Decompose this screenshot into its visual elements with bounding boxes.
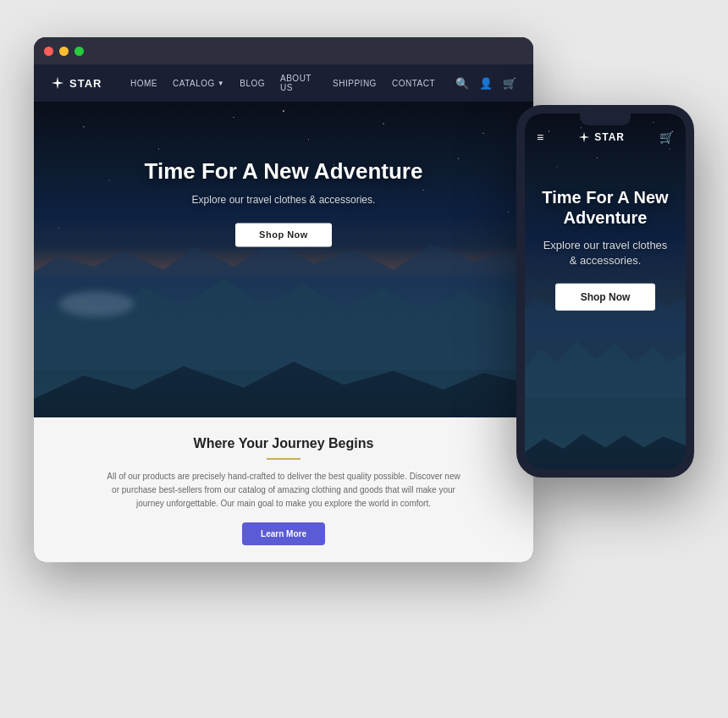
desktop-browser: STAR HOME CATALOG ▼ BLOG ABOUT US SHIPPI… (34, 37, 533, 562)
hero-title: Time For A New Adventure (68, 159, 499, 185)
account-icon[interactable]: 👤 (479, 77, 493, 90)
traffic-light-yellow[interactable] (59, 47, 69, 56)
nav-item-contact[interactable]: CONTACT (392, 79, 435, 88)
scene: STAR HOME CATALOG ▼ BLOG ABOUT US SHIPPI… (34, 37, 694, 681)
phone-notch (580, 113, 631, 125)
shop-now-button-mobile[interactable]: Shop Now (555, 284, 656, 311)
cart-icon[interactable]: 🛒 (503, 77, 516, 90)
chevron-down-icon: ▼ (218, 80, 224, 87)
mobile-phone: ≡ STAR 🛒 Time For A New Adventure Explor… (516, 105, 694, 478)
below-hero-section: Where Your Journey Begins All of our pro… (34, 417, 533, 562)
phone-screen: ≡ STAR 🛒 Time For A New Adventure Explor… (525, 113, 686, 469)
below-hero-title: Where Your Journey Begins (68, 436, 499, 451)
search-icon[interactable]: 🔍 (455, 77, 469, 90)
brand-name: STAR (69, 77, 102, 90)
below-hero-divider (267, 458, 301, 460)
below-hero-text: All of our products are precisely hand-c… (106, 470, 461, 511)
phone-mountains-near (525, 401, 686, 469)
traffic-light-red[interactable] (44, 47, 53, 56)
desktop-navbar: STAR HOME CATALOG ▼ BLOG ABOUT US SHIPPI… (34, 64, 533, 102)
nav-item-blog[interactable]: BLOG (240, 79, 265, 88)
phone-cart-icon[interactable]: 🛒 (659, 130, 674, 144)
nav-item-catalog[interactable]: CATALOG ▼ (173, 79, 224, 88)
phone-brand-logo[interactable]: STAR (578, 131, 625, 143)
hero-content: Time For A New Adventure Explore our tra… (34, 159, 533, 246)
phone-hero-content: Time For A New Adventure Explore our tra… (525, 186, 686, 310)
nav-item-about[interactable]: ABOUT US (280, 74, 317, 92)
hamburger-icon[interactable]: ≡ (537, 130, 543, 144)
nav-item-home[interactable]: HOME (130, 79, 157, 88)
brand-logo[interactable]: STAR (51, 76, 110, 90)
browser-content: STAR HOME CATALOG ▼ BLOG ABOUT US SHIPPI… (34, 64, 533, 562)
hero-snow (59, 291, 135, 317)
hero-subtitle: Explore our travel clothes & accessories… (68, 194, 499, 206)
learn-more-button[interactable]: Learn More (242, 522, 325, 545)
nav-icons: 🔍 👤 🛒 (455, 77, 516, 90)
shop-now-button-desktop[interactable]: Shop Now (235, 223, 332, 246)
phone-hero-subtitle: Explore our travel clothes & accessories… (542, 237, 669, 268)
desktop-hero: Time For A New Adventure Explore our tra… (34, 102, 533, 417)
nav-links: HOME CATALOG ▼ BLOG ABOUT US SHIPPING CO… (130, 74, 435, 92)
browser-titlebar (34, 37, 533, 64)
phone-star-icon (578, 131, 590, 143)
nav-item-shipping[interactable]: SHIPPING (333, 79, 377, 88)
traffic-light-green[interactable] (74, 47, 84, 56)
star-icon (51, 76, 64, 90)
phone-brand-name: STAR (594, 131, 625, 143)
phone-hero-title: Time For A New Adventure (542, 186, 669, 227)
